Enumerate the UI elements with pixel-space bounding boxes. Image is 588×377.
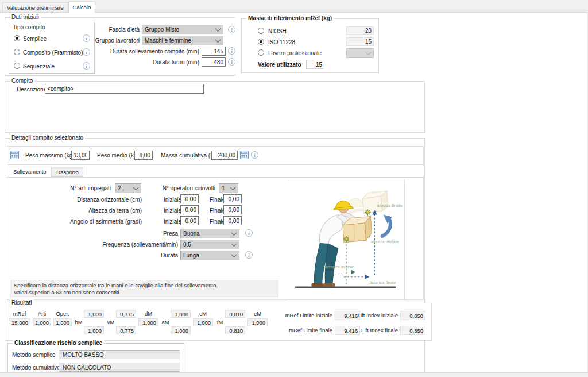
radio-lavoro-professionale[interactable]: [258, 49, 264, 56]
lifting-illustration-panel: altezza finale altezza iniziale distanza…: [287, 180, 405, 299]
calculator-icon[interactable]: [240, 151, 249, 159]
radio-sequenziale[interactable]: [14, 63, 20, 69]
peso-medio-input[interactable]: [134, 151, 153, 160]
lift-index-finale-value: 0,850: [400, 326, 425, 335]
angolo-asimmetria-iniziale-input[interactable]: [180, 216, 199, 225]
tab-trasporto[interactable]: Trasporto: [51, 167, 83, 177]
gruppo-lavoratori-label: Gruppo lavoratori: [95, 37, 140, 44]
durata-combo[interactable]: Lunga: [180, 251, 239, 260]
radio-semplice-label[interactable]: Semplice: [23, 36, 47, 42]
durata-value: Lunga: [183, 252, 199, 259]
info-icon[interactable]: i: [245, 251, 253, 259]
operatori-label: N° operatori coinvolti: [163, 185, 215, 191]
radio-sequenziale-label[interactable]: Sequenziale: [23, 63, 55, 70]
chevron-down-icon: [133, 184, 139, 190]
valore-utilizzato-label: Valore utilizzato: [258, 61, 301, 68]
risultati-title: Risultati: [10, 299, 34, 306]
distanza-iniziale-label: distanza iniziale: [324, 264, 354, 270]
arti-value: 1,000: [33, 318, 51, 326]
am-label: aM: [161, 320, 170, 325]
dm-value: 1,000: [138, 318, 158, 326]
radio-lavoro-professionale-label[interactable]: Lavoro professionale: [268, 50, 322, 56]
arti-impiegati-value: 2: [118, 185, 121, 191]
calculator-icon[interactable]: [10, 151, 19, 159]
chevron-down-icon: [231, 252, 237, 257]
massa-cumulativa-input[interactable]: [211, 151, 238, 160]
metodo-cumulativo-value: NON CALCOLATO: [59, 363, 180, 372]
altezza-finale-label: altezza finale: [377, 203, 403, 208]
info-icon[interactable]: i: [228, 58, 235, 66]
radio-composito-label[interactable]: Composito (Frammisto): [23, 49, 83, 56]
distanza-orizzontale-finale-input[interactable]: [223, 194, 242, 203]
lift-index-iniziale-label: Lift Index iniziale: [358, 313, 398, 318]
note-line-2: Valori superiori a 63 cm non sono consen…: [14, 289, 274, 296]
descrizione-input[interactable]: [45, 84, 204, 94]
oper-label: Oper.: [53, 311, 72, 317]
oper-value: 1,000: [53, 318, 72, 326]
frequenza-combo[interactable]: 0.5: [180, 240, 239, 249]
chevron-down-icon: [366, 49, 372, 55]
radio-iso-11228[interactable]: [258, 39, 264, 45]
niosh-value: 23: [346, 26, 374, 35]
dm-label: dM: [138, 311, 158, 317]
info-icon[interactable]: i: [245, 229, 253, 237]
durata-label: Durata: [161, 252, 178, 259]
chevron-down-icon: [231, 241, 237, 247]
iso-11228-value: 15: [346, 37, 374, 46]
altezza-da-terra-iniziale-input[interactable]: [180, 205, 199, 214]
info-icon[interactable]: i: [228, 47, 235, 55]
durata-sollevamento-input[interactable]: [202, 47, 226, 56]
arti-impiegati-combo[interactable]: 2: [115, 183, 141, 193]
radio-iso-11228-label[interactable]: ISO 11228: [268, 39, 295, 45]
tab-valutazione-preliminare[interactable]: Valutazione preliminare: [2, 2, 68, 13]
tab-sollevamento[interactable]: Sollevamento: [9, 166, 51, 177]
radio-niosh-label[interactable]: NIOSH: [268, 28, 287, 34]
am-finale-value: 1,000: [171, 326, 191, 334]
radio-niosh[interactable]: [258, 28, 264, 34]
mref-limite-finale-label: mRef Limite finale: [289, 328, 332, 333]
tab-calcolo[interactable]: Calcolo: [68, 1, 96, 13]
note-line-1: Specificare la distanza orizzontale tra …: [14, 282, 274, 289]
hm-finale-value: 1,000: [84, 326, 104, 334]
info-icon[interactable]: i: [228, 26, 235, 33]
fascia-eta-combo[interactable]: Gruppo Misto: [142, 25, 223, 34]
main-tabstrip: Valutazione preliminare Calcolo: [2, 1, 95, 13]
info-icon[interactable]: i: [83, 48, 90, 56]
peso-massimo-input[interactable]: [71, 151, 90, 160]
frequenza-label: Frequenza (sollevamenti/min): [102, 241, 178, 248]
info-icon[interactable]: i: [83, 34, 90, 42]
dati-iniziali-title: Dati iniziali: [10, 14, 41, 21]
pesi-panel: Peso massimo (kg) Peso medio (kg) Massa …: [7, 146, 424, 165]
fm-finale-value: 0,810: [225, 326, 245, 334]
arti-label: Arti: [33, 311, 51, 317]
am-iniziale-value: 1,000: [171, 310, 191, 318]
presa-value: Buona: [183, 230, 200, 237]
fascia-eta-label: Fascia d'età: [109, 26, 140, 33]
presa-combo[interactable]: Buona: [180, 229, 239, 238]
worker-figure: [311, 201, 360, 287]
chevron-down-icon: [215, 37, 221, 43]
fm-label: fM: [215, 320, 225, 325]
lifting-illustration: altezza finale altezza iniziale distanza…: [287, 180, 403, 298]
iniziale-label: Iniziale: [164, 218, 181, 225]
classificazione-group: Classificazione rischio semplice Metodo …: [7, 343, 184, 376]
radio-semplice[interactable]: [14, 35, 20, 41]
lift-index-iniziale-value: 0,850: [400, 311, 425, 320]
tipo-compito-title: Tipo compito: [13, 24, 45, 30]
chevron-down-icon: [231, 230, 237, 236]
info-icon[interactable]: i: [251, 151, 258, 159]
presa-label: Presa: [163, 230, 178, 237]
angolo-asimmetria-finale-input[interactable]: [223, 216, 242, 225]
radio-composito[interactable]: [14, 49, 20, 55]
altezza-da-terra-finale-input[interactable]: [223, 205, 242, 214]
distanza-orizzontale-iniziale-input[interactable]: [180, 194, 199, 203]
metodo-semplice-label: Metodo semplice: [12, 352, 56, 358]
info-icon[interactable]: i: [83, 62, 90, 70]
distanza-finale-label: distanza finale: [368, 280, 396, 285]
durata-turno-input[interactable]: [202, 57, 226, 67]
operatori-combo[interactable]: 1: [219, 183, 238, 193]
em-value: 1,000: [247, 318, 268, 326]
gruppo-lavoratori-combo[interactable]: Maschi e femmine: [142, 36, 223, 45]
compito-group: Compito Descrizione: [5, 81, 425, 133]
massa-riferimento-title: Massa di riferimento mRef (kg): [246, 15, 334, 22]
